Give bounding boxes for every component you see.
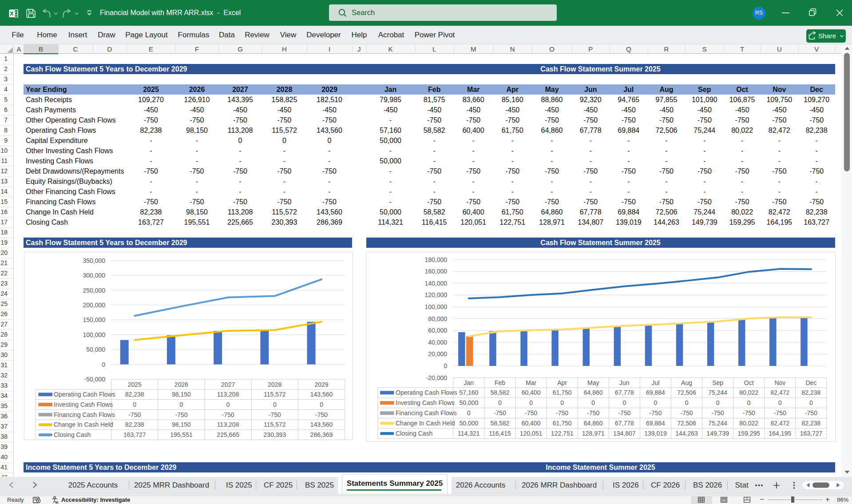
svg-text:2025: 2025 [128,381,142,388]
svg-text:Investing Cash Flows: Investing Cash Flows [396,399,455,406]
svg-text:-750: -750 [175,411,187,418]
svg-text:67,778: 67,778 [615,420,634,427]
svg-text:50,000: 50,000 [459,399,478,406]
svg-text:Jul: Jul [651,379,659,386]
svg-text:69,884: 69,884 [646,420,665,427]
svg-text:61,750: 61,750 [553,389,572,396]
svg-text:115,572: 115,572 [264,391,286,398]
svg-text:Oct: Oct [744,379,754,386]
svg-text:0: 0 [809,399,813,406]
svg-text:164,195: 164,195 [769,430,792,437]
svg-text:Closing Cash: Closing Cash [396,430,432,437]
svg-text:50,000: 50,000 [459,420,478,427]
svg-text:-20,000: -20,000 [426,374,448,381]
svg-text:0: 0 [747,399,751,406]
svg-text:200,000: 200,000 [83,302,105,309]
svg-text:Feb: Feb [495,379,505,386]
svg-text:0: 0 [716,399,720,406]
svg-text:134,807: 134,807 [613,430,636,437]
svg-text:80,022: 80,022 [739,389,758,396]
svg-text:2026: 2026 [174,381,188,388]
svg-text:50,000: 50,000 [86,346,105,353]
svg-text:2028: 2028 [268,381,281,388]
svg-text:225,665: 225,665 [217,431,239,438]
svg-text:61,750: 61,750 [553,420,572,427]
svg-text:0: 0 [685,399,689,406]
svg-text:-750: -750 [681,409,693,417]
svg-text:128,971: 128,971 [582,430,605,437]
svg-text:82,238: 82,238 [802,420,821,427]
svg-text:250,000: 250,000 [83,287,105,294]
svg-text:Mar: Mar [526,379,536,386]
svg-text:286,369: 286,369 [310,431,333,438]
svg-text:0: 0 [778,399,782,406]
svg-text:Change In Cash Held: Change In Cash Held [54,421,113,428]
svg-text:0: 0 [591,399,595,406]
svg-text:Operating Cash Flows: Operating Cash Flows [396,389,457,396]
svg-text:Financing Cash Flows: Financing Cash Flows [54,411,115,418]
svg-text:98,150: 98,150 [172,391,191,398]
svg-text:150,000: 150,000 [83,316,105,323]
svg-text:Operating Cash Flows: Operating Cash Flows [54,391,115,398]
svg-text:-50,000: -50,000 [84,376,106,383]
svg-text:230,393: 230,393 [264,431,286,438]
svg-text:144,263: 144,263 [675,430,698,437]
svg-text:140,000: 140,000 [424,280,447,287]
svg-text:0: 0 [622,399,626,406]
svg-text:-750: -750 [649,409,662,417]
svg-text:100,000: 100,000 [83,331,105,338]
svg-text:195,551: 195,551 [170,431,193,438]
svg-text:2027: 2027 [221,381,235,388]
svg-text:Aug: Aug [681,379,692,386]
svg-text:-750: -750 [587,409,599,417]
svg-text:82,472: 82,472 [770,389,789,396]
svg-text:Investing Cash Flows: Investing Cash Flows [54,401,113,408]
svg-text:75,244: 75,244 [708,389,727,396]
svg-text:-750: -750 [525,409,537,417]
svg-text:100,000: 100,000 [424,303,447,310]
svg-text:113,208: 113,208 [217,391,239,398]
svg-text:Sep: Sep [712,379,723,386]
svg-text:-750: -750 [269,411,281,418]
svg-text:60,400: 60,400 [522,389,541,396]
svg-text:64,860: 64,860 [584,420,603,427]
svg-text:82,238: 82,238 [802,389,821,396]
svg-text:350,000: 350,000 [83,257,105,264]
svg-text:0: 0 [273,401,277,408]
svg-text:72,506: 72,506 [677,420,696,427]
svg-text:82,238: 82,238 [125,391,144,398]
svg-text:-750: -750 [712,409,724,417]
svg-text:120,000: 120,000 [424,291,447,298]
svg-text:-750: -750 [315,411,328,418]
svg-text:69,884: 69,884 [646,389,665,396]
svg-text:163,727: 163,727 [800,430,823,437]
svg-text:Jun: Jun [619,379,630,386]
svg-text:60,000: 60,000 [428,327,447,334]
svg-text:82,238: 82,238 [125,421,144,428]
svg-text:May: May [587,379,599,386]
svg-text:58,582: 58,582 [491,389,510,396]
svg-text:0: 0 [133,401,136,408]
svg-text:120,051: 120,051 [520,430,543,437]
svg-text:67,778: 67,778 [615,389,634,396]
svg-text:0: 0 [226,401,230,408]
svg-text:-750: -750 [222,411,234,418]
svg-text:80,022: 80,022 [739,420,758,427]
svg-text:60,400: 60,400 [522,420,541,427]
svg-text:40,000: 40,000 [428,339,447,346]
svg-text:180,000: 180,000 [424,256,447,263]
svg-text:-750: -750 [556,409,568,417]
svg-text:149,739: 149,739 [706,430,729,437]
svg-text:159,295: 159,295 [737,430,760,437]
svg-text:163,727: 163,727 [123,431,146,438]
svg-text:-750: -750 [743,409,755,417]
svg-text:-750: -750 [774,409,786,417]
svg-text:115,572: 115,572 [264,421,286,428]
svg-text:2029: 2029 [315,381,329,388]
svg-text:58,582: 58,582 [491,420,510,427]
svg-text:Apr: Apr [557,379,567,386]
svg-text:-750: -750 [618,409,630,417]
svg-text:0: 0 [320,401,323,408]
svg-text:143,560: 143,560 [310,391,333,398]
svg-text:0: 0 [444,362,447,369]
